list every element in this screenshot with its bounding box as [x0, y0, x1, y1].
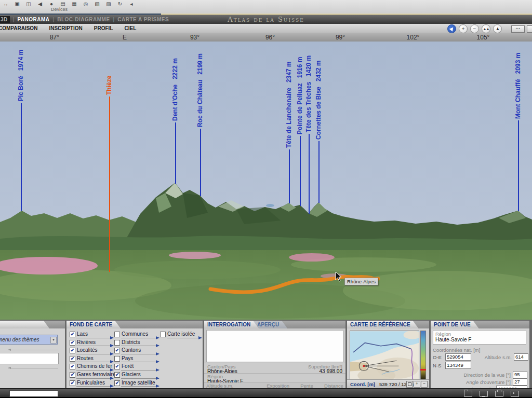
checkbox-rivieres[interactable]: ✔ — [70, 340, 75, 346]
grid-icon[interactable]: ▦ — [70, 1, 79, 7]
checkbox-image-satellite[interactable]: ✔ — [114, 380, 120, 386]
panel-point-de-vue-tab[interactable]: POINT DE VUE — [431, 321, 479, 328]
themes-slider[interactable] — [8, 368, 58, 368]
layer-toggle-glaciers[interactable]: ✔Glaciers — [114, 372, 159, 380]
layer-toggle-localites[interactable]: ✔Localités — [70, 347, 113, 355]
zoom-in-icon[interactable]: + — [459, 24, 468, 33]
tab-3d[interactable]: 3D — [0, 16, 10, 23]
checkbox-glaciers[interactable]: ✔ — [114, 372, 120, 378]
printer-icon[interactable] — [495, 391, 503, 397]
panorama-view[interactable]: Rhône-Alpes — [0, 42, 532, 320]
menu-inscription[interactable]: INSCRIPTION — [49, 25, 82, 31]
layer-toggle-chemins-de-fer[interactable]: ✔Chemins de fer — [70, 363, 113, 372]
checkbox-pays[interactable] — [114, 356, 120, 362]
folder-icon[interactable] — [464, 391, 472, 397]
layer-toggle-pays[interactable]: Pays — [114, 355, 159, 364]
transparency-slider[interactable] — [76, 354, 113, 354]
azimuth-tick: 87° — [50, 34, 59, 41]
panel-carte-reference-tab[interactable]: CARTE DE RÉFÉRENCE — [347, 321, 419, 328]
layer-toggle-rivieres[interactable]: ✔Rivières — [70, 339, 113, 348]
transparency-slider[interactable] — [76, 370, 113, 370]
tab-interrogation[interactable]: INTERROGATION — [204, 321, 259, 328]
target-icon[interactable]: ◎ — [81, 1, 90, 7]
ns-input[interactable]: 134349 — [445, 362, 471, 369]
layer-toggle-foret[interactable]: ✔Forêt — [114, 363, 159, 372]
mouse-cursor — [335, 271, 342, 282]
transparency-slider[interactable] — [76, 346, 113, 346]
themes-empty-dropdown[interactable] — [0, 353, 59, 364]
oe-input[interactable]: 529054 — [445, 353, 471, 361]
direction-input[interactable]: 95 — [513, 371, 527, 378]
tab-panorama[interactable]: PANORAMA — [17, 17, 49, 22]
tab-bloc-diagramme[interactable]: BLOC-DIAGRAMME — [57, 17, 110, 22]
altitude-sm-input[interactable]: 614 — [514, 353, 528, 361]
pointer-tool-icon[interactable] — [447, 24, 456, 33]
transparency-slider[interactable] — [76, 338, 113, 338]
transparency-slider[interactable] — [76, 386, 113, 387]
map-zoom-out-button[interactable]: − — [421, 381, 428, 388]
checkbox-lacs[interactable]: ✔ — [70, 332, 75, 337]
checkbox-routes[interactable]: ✔ — [70, 356, 75, 362]
layer-toggle-districts[interactable]: Districts — [114, 339, 159, 348]
angle-input[interactable]: 27 — [513, 378, 527, 386]
partial-button[interactable] — [527, 25, 532, 33]
display-icon[interactable] — [480, 391, 488, 397]
map-zoom-in-button[interactable]: + — [414, 381, 420, 388]
layer-toggle-carte-isolee[interactable]: Carte isolée — [160, 331, 202, 339]
checkbox-localites[interactable]: ✔ — [70, 348, 75, 353]
checkbox-districts[interactable] — [114, 340, 120, 346]
reference-map[interactable] — [350, 331, 419, 380]
more-options-button[interactable]: ··· — [511, 25, 525, 33]
checkbox-cantons[interactable]: ✔ — [114, 348, 120, 353]
transparency-slider[interactable] — [121, 346, 159, 346]
menu-ciel[interactable]: CIEL — [125, 25, 137, 31]
checkbox-chemins-de-fer[interactable]: ✔ — [70, 364, 75, 369]
pan-terrain-icon[interactable]: ▲▲ — [482, 24, 490, 33]
zoom-out-icon[interactable]: − — [470, 24, 479, 33]
layer-toggle-image-satellite[interactable]: ✔Image satellite — [114, 380, 159, 388]
layer-toggle-routes[interactable]: ✔Routes — [70, 355, 113, 364]
themes-slider[interactable] — [8, 350, 58, 350]
layer-toggle-communes[interactable]: Communes — [114, 331, 159, 339]
layer-toggle-funiculaires[interactable]: ✔Funiculaires — [70, 380, 113, 388]
transparency-slider[interactable] — [121, 362, 159, 362]
layer-toggle-lacs[interactable]: ✔Lacs — [70, 331, 113, 339]
dropdown-arrow-icon[interactable]: ▼ — [50, 337, 57, 344]
net2-icon[interactable]: ▨ — [104, 1, 113, 7]
net1-icon[interactable]: ▧ — [92, 1, 102, 7]
transparency-slider[interactable] — [121, 378, 159, 379]
panel-themes-tab[interactable] — [0, 321, 49, 328]
window-icon[interactable]: ◫ — [24, 1, 33, 7]
checkbox-gares-ferroviaires[interactable]: ✔ — [70, 372, 75, 378]
layer-toggle-gares-ferroviaires[interactable]: ✔Gares ferroviaires — [70, 372, 113, 380]
transparency-slider[interactable] — [121, 386, 159, 387]
map-fit-button[interactable] — [406, 381, 413, 388]
menu-comparaison[interactable]: COMPARAISON — [0, 25, 37, 31]
layer-label: Districts — [122, 339, 140, 345]
layer-toggle-cantons[interactable]: ✔Cantons — [114, 347, 159, 355]
collapse-icon[interactable]: ◂ — [127, 1, 136, 7]
sync-icon[interactable]: ↻ — [115, 1, 125, 7]
tab-separator: | — [113, 17, 115, 22]
transparency-slider[interactable] — [76, 362, 113, 362]
menu-profil[interactable]: PROFIL — [94, 25, 113, 31]
list-icon[interactable]: ▤ — [58, 1, 68, 7]
checkbox-funiculaires[interactable]: ✔ — [70, 380, 75, 386]
transparency-slider[interactable] — [121, 370, 159, 370]
image-export-icon[interactable] — [511, 391, 519, 397]
tab-carte-a-prismes[interactable]: CARTE A PRISMES — [117, 17, 169, 22]
checkbox-foret[interactable]: ✔ — [114, 364, 120, 369]
disc-icon[interactable]: ● — [47, 1, 56, 7]
sound-icon[interactable]: ◀ — [35, 1, 45, 7]
transparency-slider[interactable] — [167, 338, 202, 338]
checkbox-communes[interactable] — [114, 332, 120, 337]
checkbox-carte-isolee[interactable] — [160, 332, 166, 337]
transparency-slider[interactable] — [121, 338, 159, 338]
viewpoint-icon[interactable]: ♟ — [493, 24, 502, 33]
resize-icon[interactable]: ↔ — [1, 1, 10, 7]
themes-dropdown[interactable]: menu des thèmes ▼ — [0, 335, 58, 345]
display-icon[interactable]: ▣ — [12, 1, 22, 7]
transparency-slider[interactable] — [76, 378, 113, 379]
panel-fond-de-carte-tab[interactable]: FOND DE CARTE — [66, 321, 121, 328]
transparency-slider[interactable] — [121, 354, 159, 354]
